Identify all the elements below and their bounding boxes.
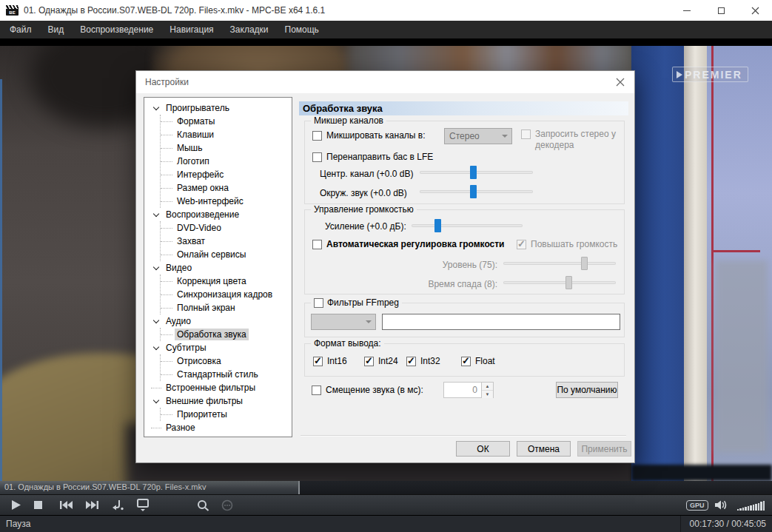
- volume-slider[interactable]: [737, 500, 765, 511]
- ffmpeg-filter-select[interactable]: [311, 314, 376, 330]
- checkbox-icon[interactable]: [312, 385, 321, 395]
- chevron-down-icon[interactable]: [149, 347, 164, 349]
- skip-forward-button[interactable]: [79, 495, 105, 516]
- tree-item-dvd-video[interactable]: DVD-Video: [161, 221, 292, 235]
- tree-item-mouse[interactable]: Мышь: [161, 141, 292, 155]
- ffmpeg-filters-checkbox[interactable]: Фильтры FFmpeg: [311, 297, 402, 308]
- tree-item-external-filters[interactable]: Внешние фильтры: [149, 394, 292, 408]
- seek-bar[interactable]: 01. Однажды в России.S07.WEB-DL 720p. Fi…: [0, 481, 772, 494]
- maximize-button[interactable]: [704, 0, 738, 21]
- checkbox-icon[interactable]: [517, 240, 526, 249]
- int16-checkbox[interactable]: Int16: [313, 356, 347, 366]
- checkbox-icon[interactable]: [461, 357, 471, 366]
- volume-mute-button[interactable]: [708, 495, 734, 516]
- menu-navigation[interactable]: Навигация: [161, 21, 221, 38]
- tree-item-capture[interactable]: Захват: [161, 235, 292, 248]
- tree-item-playback[interactable]: Воспроизведение: [149, 208, 292, 221]
- minimize-button[interactable]: [670, 0, 704, 21]
- audio-offset-spinner[interactable]: 0 ▲ ▼: [443, 382, 494, 398]
- cancel-button[interactable]: Отмена: [517, 441, 571, 457]
- stop-button[interactable]: [27, 495, 49, 516]
- center-channel-label: Центр. канал (+0.0 dB): [320, 169, 414, 179]
- gain-slider[interactable]: [412, 219, 523, 232]
- checkbox-icon[interactable]: [314, 298, 323, 308]
- checkbox-icon[interactable]: [312, 152, 322, 162]
- tree-item-interface[interactable]: Интерфейс: [161, 168, 292, 181]
- dialog-close-icon[interactable]: [615, 77, 625, 87]
- slider-thumb[interactable]: [470, 166, 477, 179]
- menu-playback[interactable]: Воспроизведение: [72, 21, 161, 38]
- tree-item-window-size[interactable]: Размер окна: [161, 181, 292, 195]
- display-button[interactable]: [130, 495, 155, 516]
- tree-item-default-style[interactable]: Стандартный стиль: [161, 368, 292, 381]
- tree-item-audio-processing[interactable]: Обработка звука: [161, 328, 292, 341]
- checkbox-icon[interactable]: [312, 131, 322, 141]
- mix-channels-select[interactable]: Стерео: [444, 128, 512, 144]
- menu-view[interactable]: Вид: [40, 21, 73, 38]
- checkbox-icon[interactable]: [406, 357, 416, 366]
- chevron-down-icon[interactable]: [149, 400, 164, 403]
- checkbox-icon[interactable]: [313, 357, 323, 366]
- menu-help[interactable]: Помощь: [277, 21, 327, 38]
- chevron-down-icon[interactable]: [149, 214, 164, 216]
- slider-thumb[interactable]: [565, 276, 572, 289]
- checkbox-icon[interactable]: [521, 129, 531, 139]
- spin-down-icon[interactable]: ▼: [482, 391, 493, 398]
- zoom-button[interactable]: [191, 495, 215, 516]
- slider-thumb[interactable]: [470, 185, 477, 198]
- tree-item-player[interactable]: Проигрыватель: [149, 101, 292, 115]
- slider-thumb[interactable]: [434, 219, 441, 232]
- mix-channels-checkbox[interactable]: Микшировать каналы в:: [312, 130, 426, 141]
- ffmpeg-filter-input[interactable]: [382, 314, 620, 330]
- options-button[interactable]: [215, 495, 239, 516]
- tree-item-frame-sync[interactable]: Синхронизация кадров: [161, 288, 292, 301]
- tree-item-color-correction[interactable]: Коррекция цвета: [161, 275, 292, 288]
- volume-group: Управление громкостью Усиление (+0.0 дБ)…: [304, 209, 625, 294]
- frame-step-button[interactable]: [105, 495, 130, 516]
- tree-item-rendering[interactable]: Отрисовка: [161, 354, 292, 368]
- release-slider[interactable]: [503, 276, 616, 289]
- auto-volume-checkbox[interactable]: Автоматическая регулировка громкости: [312, 239, 505, 249]
- int24-checkbox[interactable]: Int24: [364, 356, 398, 366]
- chevron-down-icon[interactable]: [149, 320, 164, 323]
- tree-item-internal-filters[interactable]: Встроенные фильтры: [149, 381, 292, 394]
- slider-thumb[interactable]: [581, 257, 588, 270]
- chevron-down-icon[interactable]: [149, 267, 164, 269]
- bass-to-lfe-checkbox[interactable]: Перенаправить бас в LFE: [312, 152, 433, 162]
- tree-item-misc[interactable]: Разное: [149, 421, 292, 434]
- int32-checkbox[interactable]: Int32: [406, 356, 440, 366]
- tree-item-formats[interactable]: Форматы: [161, 115, 292, 128]
- level-slider[interactable]: [503, 257, 616, 270]
- spin-up-icon[interactable]: ▲: [482, 383, 493, 391]
- tree-item-priorities[interactable]: Приоритеты: [161, 408, 292, 421]
- tree-item-web-interface[interactable]: Web-интерфейс: [161, 195, 292, 208]
- release-label: Время спада (8):: [386, 279, 497, 289]
- tree-item-audio[interactable]: Аудио: [149, 314, 292, 328]
- default-button[interactable]: По умолчанию: [556, 382, 618, 398]
- video-letterbox: [0, 38, 772, 46]
- tree-item-video[interactable]: Видео: [149, 261, 292, 275]
- request-stereo-checkbox[interactable]: Запросить стерео у декодера: [521, 129, 623, 151]
- tree-item-fullscreen[interactable]: Полный экран: [161, 301, 292, 314]
- menu-file[interactable]: Файл: [1, 21, 40, 38]
- tree-item-logo[interactable]: Логотип: [161, 155, 292, 168]
- play-button[interactable]: [4, 495, 27, 516]
- audio-offset-checkbox[interactable]: Смещение звука (в мс):: [312, 385, 423, 395]
- checkbox-icon[interactable]: [312, 240, 322, 249]
- tree-item-keys[interactable]: Клавиши: [161, 128, 292, 141]
- center-channel-slider[interactable]: [420, 166, 533, 179]
- tree-item-subtitles[interactable]: Субтитры: [149, 341, 292, 354]
- skip-back-button[interactable]: [53, 495, 79, 516]
- menu-bookmarks[interactable]: Закладки: [222, 21, 277, 38]
- close-button[interactable]: [738, 0, 772, 21]
- app-icon: BE: [6, 5, 19, 16]
- surround-slider[interactable]: [420, 185, 533, 198]
- float-checkbox[interactable]: Float: [461, 356, 495, 366]
- apply-button[interactable]: Применить: [577, 441, 631, 457]
- checkbox-icon[interactable]: [364, 357, 374, 366]
- video-shape: [631, 465, 772, 481]
- tree-item-online-services[interactable]: Онлайн сервисы: [161, 248, 292, 261]
- ok-button[interactable]: ОК: [456, 441, 510, 457]
- chevron-down-icon[interactable]: [149, 107, 164, 110]
- boost-volume-checkbox[interactable]: Повышать громкость: [517, 239, 617, 249]
